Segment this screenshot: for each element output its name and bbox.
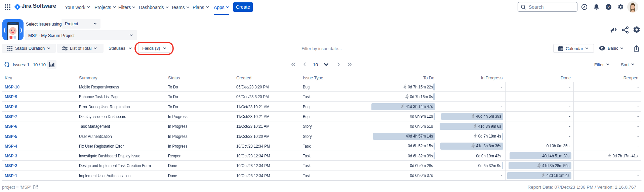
svg-text:?: ? xyxy=(607,5,610,9)
